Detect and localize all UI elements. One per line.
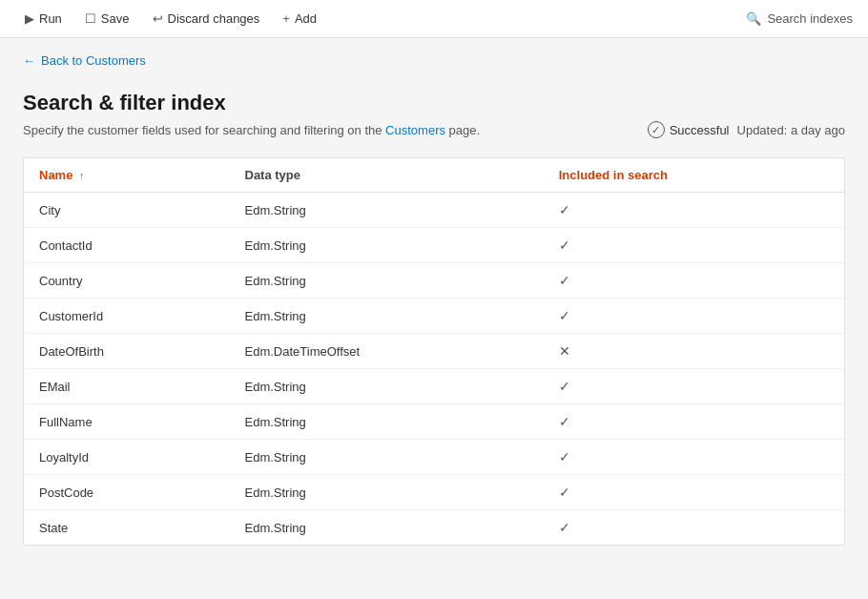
field-included: ✓ [544,404,844,440]
page-subtitle: Specify the customer fields used for sea… [23,121,845,138]
data-type-col-label: Data type [245,168,301,182]
table-row: PostCodeEdm.String✓ [24,475,844,510]
field-name: Country [24,263,230,299]
checkmark-icon: ✓ [559,414,570,429]
status-check-icon: ✓ [648,121,665,138]
field-data-type: Edm.String [230,193,544,228]
discard-icon: ↩ [153,11,163,26]
field-included: ✓ [544,263,844,299]
checkmark-icon: ✓ [559,273,570,288]
field-included: ✓ [544,475,844,510]
data-type-column-header: Data type [230,158,544,193]
field-included: ✓ [544,440,844,475]
save-icon: ☐ [85,11,96,26]
table-row: CustomerIdEdm.String✓ [24,299,844,334]
updated-label: Updated: a day ago [737,123,845,137]
table-row: EMailEdm.String✓ [24,369,844,404]
field-name: State [24,510,230,546]
field-name: ContactId [24,228,230,263]
field-included: ✓ [544,228,844,263]
status-label: Successful [670,123,730,137]
content-area: ← Back to Customers Search & filter inde… [0,38,868,561]
field-name: City [24,193,230,228]
checkmark-icon: ✓ [559,238,570,253]
sort-arrow-icon: ↑ [79,170,85,181]
checkmark-icon: ✓ [559,202,570,217]
table-row: StateEdm.String✓ [24,510,844,546]
add-icon: + [282,11,290,26]
table-row: FullNameEdm.String✓ [24,404,844,440]
checkmark-icon: ✓ [559,379,570,394]
field-name: EMail [24,369,230,404]
page-title: Search & filter index [23,91,845,115]
field-name: DateOfBirth [24,334,230,369]
field-data-type: Edm.String [230,263,544,299]
table-body: CityEdm.String✓ContactIdEdm.String✓Count… [24,193,844,546]
name-column-header[interactable]: Name ↑ [24,158,230,193]
table-row: CountryEdm.String✓ [24,263,844,299]
run-button[interactable]: ▶ Run [15,8,72,30]
toolbar: ▶ Run ☐ Save ↩ Discard changes + Add 🔍 S… [0,0,868,38]
field-included: ✓ [544,510,844,546]
status-area: ✓ Successful Updated: a day ago [648,121,845,138]
checkmark-icon: ✓ [559,308,570,323]
search-icon: 🔍 [746,11,761,26]
customers-link[interactable]: Customers [385,123,445,137]
search-area: 🔍 Search indexes [746,11,853,26]
checkmark-icon: ✓ [559,520,570,535]
name-col-label: Name [39,168,72,182]
field-name: PostCode [24,475,230,510]
page-header: Search & filter index Specify the custom… [23,91,845,138]
field-data-type: Edm.String [230,475,544,510]
add-button[interactable]: + Add [273,8,326,30]
field-included: ✓ [544,193,844,228]
back-link[interactable]: ← Back to Customers [23,53,845,68]
status-success: ✓ Successful [648,121,730,138]
field-name: FullName [24,404,230,440]
table-row: CityEdm.String✓ [24,193,844,228]
included-in-search-column-header: Included in search [544,158,844,193]
field-data-type: Edm.String [230,299,544,334]
run-label: Run [39,11,62,26]
field-data-type: Edm.String [230,440,544,475]
table-header-row: Name ↑ Data type Included in search [24,158,844,193]
save-button[interactable]: ☐ Save [75,8,139,30]
add-label: Add [295,11,317,26]
field-data-type: Edm.String [230,228,544,263]
search-indexes-label[interactable]: Search indexes [767,11,853,26]
included-col-label: Included in search [559,168,668,182]
checkmark-icon: ✓ [559,485,570,500]
field-name: CustomerId [24,299,230,334]
table-row: ContactIdEdm.String✓ [24,228,844,263]
subtitle-text: Specify the customer fields used for sea… [23,123,480,137]
back-arrow-icon: ← [23,53,35,68]
cross-icon: ✕ [559,343,570,359]
run-icon: ▶ [25,11,34,26]
discard-label: Discard changes [168,11,260,26]
checkmark-icon: ✓ [559,449,570,465]
field-included: ✕ [544,334,844,369]
back-link-label: Back to Customers [41,53,146,68]
field-data-type: Edm.String [230,510,544,546]
table-row: DateOfBirthEdm.DateTimeOffset✕ [24,334,844,369]
index-table-container: Name ↑ Data type Included in search City… [23,157,845,546]
field-data-type: Edm.DateTimeOffset [230,334,544,369]
field-data-type: Edm.String [230,404,544,440]
field-name: LoyaltyId [24,440,230,475]
save-label: Save [101,11,130,26]
table-row: LoyaltyIdEdm.String✓ [24,440,844,475]
field-data-type: Edm.String [230,369,544,404]
subtitle-suffix: page. [445,123,480,137]
field-included: ✓ [544,299,844,334]
index-table: Name ↑ Data type Included in search City… [24,158,844,545]
subtitle-prefix: Specify the customer fields used for sea… [23,123,385,137]
field-included: ✓ [544,369,844,404]
discard-button[interactable]: ↩ Discard changes [143,8,270,30]
